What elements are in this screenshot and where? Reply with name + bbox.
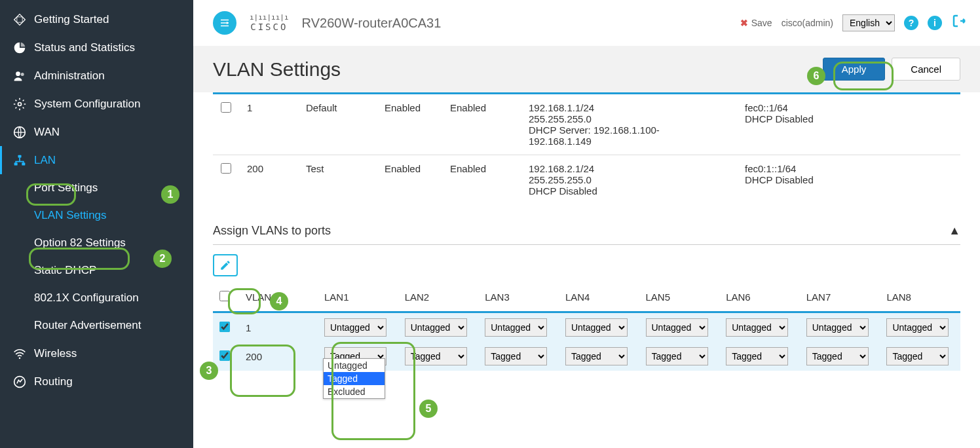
port-hdr-lan7: LAN7 [800, 283, 880, 312]
edit-button[interactable] [213, 254, 238, 276]
sidebar-sub-label: Router Advertisement [34, 319, 141, 332]
sidebar-item-routing[interactable]: Routing [0, 367, 193, 396]
sidebar-item-label: Wireless [34, 347, 77, 360]
port-table-row: 1 Untagged Untagged Untagged Untagged Un… [213, 312, 960, 343]
sidebar-sub-router-adv[interactable]: Router Advertisement [0, 312, 193, 339]
sidebar-sub-label: Static DHCP [34, 264, 96, 277]
port-select-lan2[interactable]: Untagged [405, 318, 467, 337]
users-icon [12, 69, 28, 83]
sidebar-item-getting-started[interactable]: Getting Started [0, 5, 193, 33]
router-name: RV260W-routerA0CA31 [302, 16, 442, 31]
vlan-table: 1 Default Enabled Enabled 192.168.1.1/24… [213, 92, 960, 204]
collapse-menu-button[interactable] [213, 11, 236, 35]
row-checkbox[interactable] [219, 322, 230, 332]
dropdown-option[interactable]: Excluded [324, 385, 385, 398]
callout-number: 3 [200, 362, 218, 380]
ipv6-cell: fec0::1/64 DHCP Disabled [737, 94, 960, 155]
gear-icon [12, 98, 28, 111]
port-row-vlanid: 200 [239, 342, 318, 371]
svg-point-7 [19, 357, 21, 359]
main: ı|ıı|ıı|ı CISCO RV260W-routerA0CA31 ✖ Sa… [193, 0, 980, 448]
sidebar-item-label: Routing [34, 375, 73, 388]
port-hdr-lan3: LAN3 [478, 283, 559, 312]
assign-vlans-section-header[interactable]: Assign VLANs to ports ▲ [213, 224, 960, 245]
port-select-lan5[interactable]: Untagged [646, 318, 708, 337]
sidebar-item-label: Administration [34, 69, 105, 83]
ipv4-cell: 192.168.2.1/24 255.255.255.0 DHCP Disabl… [521, 155, 737, 205]
port-table: VLAN ID LAN1 LAN2 LAN3 LAN4 LAN5 LAN6 LA… [213, 283, 960, 371]
page-title: VLAN Settings [213, 58, 341, 81]
svg-rect-4 [18, 155, 22, 157]
svg-point-2 [18, 102, 22, 105]
port-hdr-lan8: LAN8 [880, 283, 960, 312]
svg-rect-5 [14, 162, 18, 165]
routing-icon [12, 375, 28, 388]
info-icon[interactable]: i [928, 16, 942, 30]
vlan-table-row: 200 Test Enabled Enabled 192.168.2.1/24 … [213, 155, 960, 205]
row-checkbox[interactable] [219, 350, 230, 361]
sidebar-sub-label: 802.1X Configuration [34, 291, 139, 305]
port-select-lan4[interactable]: Untagged [565, 318, 628, 337]
port-select-lan2[interactable]: Tagged [405, 347, 467, 365]
port-select-lan3[interactable]: Tagged [485, 347, 547, 365]
port-select-lan7[interactable]: Tagged [806, 347, 869, 365]
sidebar-sub-8021x[interactable]: 802.1X Configuration [0, 284, 193, 312]
sidebar-item-label: LAN [34, 154, 56, 167]
callout-number: 5 [419, 400, 438, 418]
vlan-id-cell: 1 [239, 94, 298, 155]
sidebar-item-wireless[interactable]: Wireless [0, 339, 193, 367]
cancel-button[interactable]: Cancel [892, 58, 960, 81]
port-select-lan7[interactable]: Untagged [806, 318, 869, 337]
sidebar-item-wan[interactable]: WAN [0, 118, 193, 146]
sidebar-item-label: Getting Started [34, 13, 109, 26]
chevron-up-icon[interactable]: ▲ [949, 224, 960, 238]
routing-cell: Enabled [377, 155, 442, 205]
port-hdr-lan2: LAN2 [398, 283, 479, 312]
sidebar-item-label: System Configuration [34, 98, 141, 111]
pie-chart-icon [12, 41, 28, 54]
vlan-name-cell: Default [298, 94, 377, 155]
row-checkbox[interactable] [221, 102, 231, 113]
management-cell: Enabled [442, 155, 521, 205]
select-all-checkbox[interactable] [219, 291, 230, 301]
port-hdr-lan6: LAN6 [719, 283, 800, 312]
logout-icon[interactable] [951, 13, 967, 33]
port-row-vlanid: 1 [239, 312, 318, 343]
sidebar-sub-vlan-settings[interactable]: VLAN Settings [0, 202, 193, 229]
apply-button[interactable]: Apply [823, 58, 886, 81]
language-select[interactable]: English [842, 14, 895, 31]
ipv6-cell: fec0:1::1/64 DHCP Disabled [737, 155, 960, 205]
port-select-lan5[interactable]: Tagged [646, 347, 708, 365]
sidebar-sub-label: Option 82 Settings [34, 236, 126, 250]
content: 1 Default Enabled Enabled 192.168.1.1/24… [193, 92, 980, 448]
sidebar-item-sysconfig[interactable]: System Configuration [0, 90, 193, 118]
callout-number: 6 [807, 67, 825, 85]
help-icon[interactable]: ? [904, 16, 918, 30]
svg-point-0 [16, 71, 20, 76]
port-select-lan3[interactable]: Untagged [485, 318, 547, 337]
port-select-lan8[interactable]: Tagged [886, 347, 949, 365]
sidebar-item-admin[interactable]: Administration [0, 62, 193, 90]
dropdown-option[interactable]: Untagged [324, 359, 385, 372]
page-header: VLAN Settings Apply Cancel [193, 46, 980, 92]
sidebar-sub-label: Port Settings [34, 181, 98, 195]
sidebar-item-lan[interactable]: LAN [0, 146, 193, 174]
port-select-dropdown-open[interactable]: Untagged Tagged Excluded [323, 358, 385, 399]
user-display[interactable]: cisco(admin) [782, 18, 833, 28]
vlan-name-cell: Test [298, 155, 377, 205]
save-label: Save [751, 18, 772, 28]
port-select-lan4[interactable]: Tagged [565, 347, 628, 365]
sidebar-sub-label: VLAN Settings [34, 209, 107, 222]
callout-number: 2 [153, 250, 172, 268]
port-select-lan8[interactable]: Untagged [886, 318, 949, 337]
port-hdr-lan5: LAN5 [639, 283, 720, 312]
sidebar-item-label: WAN [34, 126, 60, 139]
port-select-lan6[interactable]: Untagged [726, 318, 788, 337]
vlan-id-cell: 200 [239, 155, 298, 205]
dropdown-option[interactable]: Tagged [324, 372, 385, 385]
save-button[interactable]: ✖ Save [740, 18, 772, 28]
sidebar-item-status[interactable]: Status and Statistics [0, 33, 193, 62]
port-select-lan6[interactable]: Tagged [726, 347, 788, 365]
row-checkbox[interactable] [221, 163, 231, 174]
port-select-lan1[interactable]: Untagged [324, 318, 386, 337]
